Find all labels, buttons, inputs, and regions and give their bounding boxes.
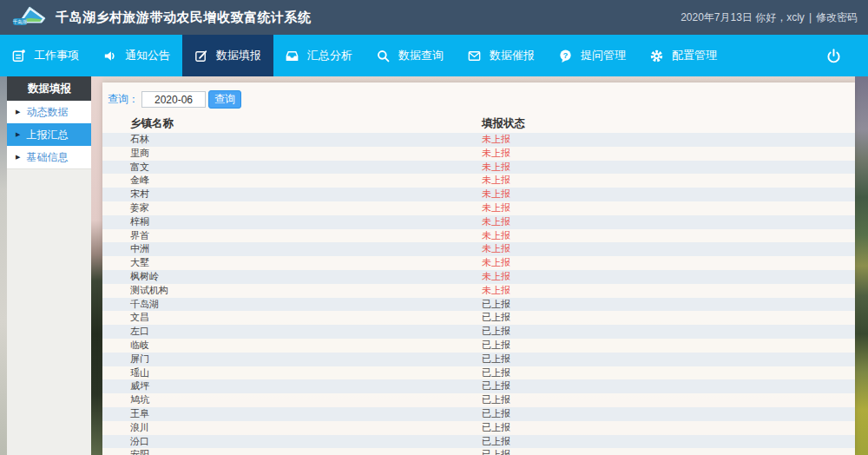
table-row: 鸠坑 已上报 <box>102 393 855 407</box>
topbar-user-area: 2020年7月13日 你好，xcly | 修改密码 <box>681 10 858 25</box>
town-name: 金峰 <box>102 174 482 188</box>
sidebar-item-dynamic-data[interactable]: ▶ 动态数据 <box>7 101 91 123</box>
town-name: 测试机构 <box>102 284 482 298</box>
change-password-link[interactable]: 修改密码 <box>816 10 858 25</box>
town-name: 文昌 <box>102 311 482 325</box>
query-label: 查询： <box>108 92 139 107</box>
report-status: 已上报 <box>482 339 855 353</box>
logout-button[interactable] <box>825 35 842 76</box>
sidebar-item-report-summary[interactable]: ▶ 上报汇总 <box>7 123 91 146</box>
question-icon: ? <box>558 49 573 63</box>
app-logo-icon: 千岛湖 <box>10 4 49 30</box>
town-name: 安阳 <box>102 448 482 455</box>
town-name: 姜家 <box>102 201 482 215</box>
nav-label: 工作事项 <box>34 48 79 63</box>
report-status: 未上报 <box>482 161 855 175</box>
table-row: 千岛湖 已上报 <box>102 298 855 312</box>
query-button[interactable]: 查询 <box>208 90 241 109</box>
power-icon <box>825 48 842 64</box>
sidebar-item-label: 动态数据 <box>26 105 68 120</box>
town-name: 左口 <box>102 325 482 339</box>
table-row: 富文 未上报 <box>102 161 855 175</box>
main-navbar: 工作事项 通知公告 数据填报 汇总分析 数据查询 数据催报 <box>0 35 868 76</box>
town-name: 枫树岭 <box>102 270 482 284</box>
sidebar-item-label: 基础信息 <box>26 150 68 165</box>
town-name: 浪川 <box>102 421 482 435</box>
report-status: 已上报 <box>482 325 855 339</box>
table-row: 测试机构 未上报 <box>102 284 855 298</box>
nav-label: 通知公告 <box>125 48 170 63</box>
town-name: 里商 <box>102 147 482 161</box>
report-status: 未上报 <box>482 242 855 256</box>
triangle-right-icon: ▶ <box>16 109 20 115</box>
nav-label: 数据查询 <box>398 48 444 63</box>
sidebar-item-label: 上报汇总 <box>26 128 68 142</box>
archive-icon <box>285 49 299 63</box>
sidebar-footer <box>7 168 91 455</box>
nav-item-work-items[interactable]: 工作事项 <box>0 35 91 76</box>
table-row: 左口 已上报 <box>102 325 855 339</box>
table-row: 石林 未上报 <box>102 133 855 147</box>
nav-item-summary-analysis[interactable]: 汇总分析 <box>273 35 365 76</box>
triangle-right-icon: ▶ <box>16 131 20 138</box>
background-photo-right-edge <box>855 76 868 455</box>
page-body: 数据填报 ▶ 动态数据 ▶ 上报汇总 ▶ 基础信息 查询： 查询 乡镇名称 填 <box>0 76 868 455</box>
town-name: 石林 <box>102 133 482 147</box>
report-status: 已上报 <box>482 311 855 325</box>
date-greeting: 2020年7月13日 你好，xcly <box>681 10 805 25</box>
town-name: 屏门 <box>102 353 482 366</box>
clipboard-icon <box>11 49 26 63</box>
report-status: 未上报 <box>482 256 855 270</box>
table-row: 屏门 已上报 <box>102 353 855 366</box>
town-name: 宋村 <box>102 188 482 201</box>
town-name: 富文 <box>102 161 482 175</box>
page-title: 千岛湖乡村旅游带动农民增收致富统计系统 <box>56 10 312 26</box>
table-row: 浪川 已上报 <box>102 421 855 435</box>
nav-item-data-query[interactable]: 数据查询 <box>365 35 456 76</box>
report-status: 未上报 <box>482 229 855 243</box>
gear-icon <box>649 49 664 63</box>
nav-label: 数据催报 <box>490 48 535 63</box>
report-status: 未上报 <box>482 201 855 215</box>
table-row: 文昌 已上报 <box>102 311 855 325</box>
report-status: 已上报 <box>482 448 855 455</box>
table-row: 姜家 未上报 <box>102 201 855 215</box>
table-row: 威坪 已上报 <box>102 379 855 393</box>
separator: | <box>809 11 812 23</box>
table-row: 界首 未上报 <box>102 229 855 243</box>
nav-item-question-management[interactable]: ? 提问管理 <box>547 35 638 76</box>
nav-label: 数据填报 <box>216 48 261 63</box>
logo-text: 千岛湖 <box>13 19 28 25</box>
table-row: 中洲 未上报 <box>102 242 855 256</box>
table-row: 安阳 已上报 <box>102 448 855 455</box>
town-name: 汾口 <box>102 435 482 449</box>
background-photo-left-edge <box>0 76 7 455</box>
query-bar: 查询： 查询 <box>102 82 855 114</box>
nav-item-data-entry[interactable]: 数据填报 <box>182 35 273 76</box>
report-status: 已上报 <box>482 407 855 421</box>
sidebar-item-basic-info[interactable]: ▶ 基础信息 <box>7 146 91 168</box>
column-header-town: 乡镇名称 <box>102 116 482 131</box>
table-row: 王阜 已上报 <box>102 407 855 421</box>
column-header-status: 填报状态 <box>482 116 855 131</box>
town-name: 界首 <box>102 229 482 243</box>
nav-item-announcements[interactable]: 通知公告 <box>91 35 182 76</box>
table-row: 里商 未上报 <box>102 147 855 161</box>
edit-icon <box>194 49 208 63</box>
report-status: 已上报 <box>482 435 855 449</box>
nav-label: 提问管理 <box>581 48 626 63</box>
table-row: 金峰 未上报 <box>102 174 855 188</box>
nav-item-data-reminder[interactable]: 数据催报 <box>456 35 547 76</box>
speaker-icon <box>102 49 117 63</box>
nav-item-config-management[interactable]: 配置管理 <box>638 35 729 76</box>
table-row: 大墅 未上报 <box>102 256 855 270</box>
table-row: 瑶山 已上报 <box>102 366 855 380</box>
table-row: 梓桐 未上报 <box>102 215 855 229</box>
report-status: 已上报 <box>482 298 855 312</box>
sidebar: 数据填报 ▶ 动态数据 ▶ 上报汇总 ▶ 基础信息 <box>7 76 91 455</box>
table-row: 枫树岭 未上报 <box>102 270 855 284</box>
report-status: 已上报 <box>482 379 855 393</box>
report-status: 已上报 <box>482 353 855 366</box>
query-month-input[interactable] <box>141 91 206 108</box>
report-status: 已上报 <box>482 366 855 380</box>
